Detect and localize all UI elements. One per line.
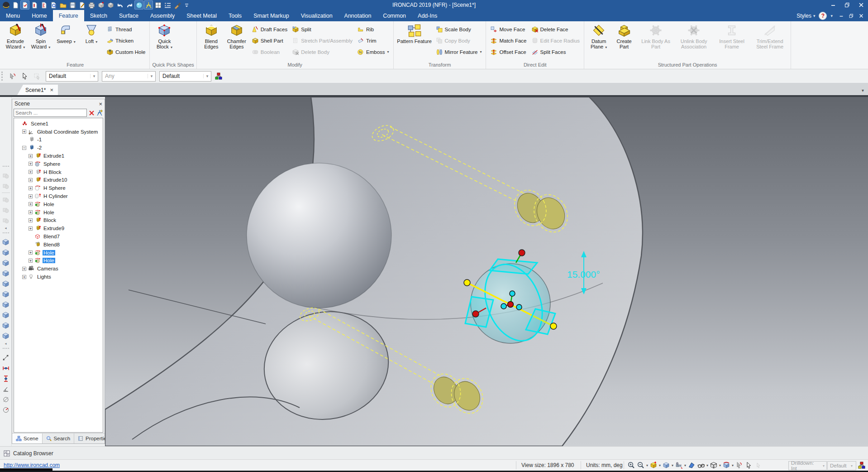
match-face-button[interactable]: Match Face [488, 35, 528, 46]
chevron-down-icon[interactable]: ▾ [684, 463, 686, 467]
redo-icon[interactable] [125, 0, 134, 10]
offset-face-button[interactable]: Offset Face [488, 46, 528, 58]
zoom-out-icon[interactable] [636, 461, 645, 470]
panel-tab-scene[interactable]: Scene [12, 433, 43, 443]
tree-item-hole[interactable]: +Hole [14, 208, 103, 217]
shaded-render-icon[interactable] [687, 461, 696, 470]
drilldown-select[interactable]: Drilldown: Int ▾ [788, 461, 827, 470]
tree-item-h-cylinder[interactable]: +H Cylinder [14, 192, 103, 200]
wireframe-cube-icon[interactable] [709, 461, 718, 470]
expander-plus-icon[interactable]: + [29, 154, 33, 158]
insert-part-icon[interactable] [96, 0, 105, 10]
restore-document-icon[interactable] [846, 12, 856, 20]
loft-button[interactable]: Loft ▾ [79, 22, 104, 45]
angle-dimension-label[interactable]: 15.000° [567, 269, 600, 279]
tree-item-lights[interactable]: +Lights [14, 273, 103, 281]
tab-common[interactable]: Common [377, 10, 412, 21]
minimize-window-icon[interactable] [826, 0, 840, 10]
new-scene-icon[interactable] [11, 0, 20, 10]
tab-surface[interactable]: Surface [113, 10, 144, 21]
expander-minus-icon[interactable]: − [22, 146, 26, 150]
expander-plus-icon[interactable]: + [22, 267, 26, 271]
cursor-icon[interactable] [744, 461, 753, 470]
tree-item-extrude9[interactable]: +Extrude9 [14, 224, 103, 232]
shell-part-button[interactable]: Shell Part [250, 35, 289, 46]
spin-view-icon[interactable] [722, 461, 730, 470]
chevron-down-icon[interactable]: ▾ [732, 463, 734, 467]
split-button[interactable]: Split [290, 24, 354, 35]
triad-handle[interactable] [510, 291, 515, 296]
trim-button[interactable]: Trim [355, 35, 391, 46]
move-face-button[interactable]: Move Face [488, 24, 528, 35]
chevron-down-icon[interactable]: ▾ [659, 463, 661, 467]
spin-wizard-button[interactable]: Spin Wizard ▾ [29, 22, 53, 50]
smart-dimension-icon[interactable] [144, 0, 153, 10]
view-left-icon[interactable] [1, 258, 10, 268]
help-icon[interactable]: ? [819, 12, 827, 20]
expander-plus-icon[interactable]: + [29, 162, 33, 166]
doc-info-icon[interactable] [30, 0, 39, 10]
spectacles-icon[interactable] [696, 461, 705, 470]
tree-item-sphere[interactable]: +Sphere [14, 160, 103, 168]
close-document-icon[interactable] [856, 12, 866, 20]
dim-horizontal-icon[interactable] [1, 363, 10, 373]
help-dropdown-icon[interactable]: ▾ [830, 14, 833, 18]
red-handle[interactable] [519, 250, 525, 256]
tree-item-hole[interactable]: +Hole [14, 249, 103, 257]
camera-move-icon[interactable] [674, 461, 683, 470]
mirror-feature-button[interactable]: Mirror Feature▾ [434, 46, 484, 58]
expander-plus-icon[interactable]: + [22, 275, 26, 279]
tree-item-extrude10[interactable]: +Extrude10 [14, 176, 103, 184]
render-sphere-icon[interactable] [134, 0, 143, 10]
red-handle[interactable] [472, 311, 479, 317]
dim-diameter-icon[interactable] [1, 395, 10, 404]
view-front-icon[interactable] [1, 237, 10, 247]
toolbar-drag-handle[interactable] [3, 232, 9, 236]
expander-plus-icon[interactable]: + [29, 259, 33, 263]
view-top-icon[interactable] [1, 279, 10, 289]
tree-item-cameras[interactable]: +Cameras [14, 265, 103, 273]
tree-item-scene1[interactable]: Scene1 [14, 120, 103, 128]
emboss-button[interactable]: Emboss▾ [355, 46, 391, 58]
catalog-box-icon[interactable] [153, 0, 162, 10]
clear-search-icon[interactable] [88, 109, 95, 116]
expander-plus-icon[interactable]: + [29, 202, 33, 206]
tree-item-1[interactable]: -1 [14, 136, 103, 144]
tree-item-h-block[interactable]: +H Block [14, 168, 103, 176]
tree-item-blend8[interactable]: Blend8 [14, 241, 103, 249]
expander-plus-icon[interactable]: + [29, 178, 33, 182]
thicken-button[interactable]: Thicken [105, 35, 147, 46]
website-link[interactable]: http://www.ironcad.com [4, 462, 60, 468]
view-iso-back-icon[interactable] [1, 310, 10, 320]
search-input[interactable] [14, 109, 87, 117]
view-trimetric-icon[interactable] [1, 331, 10, 341]
render-style-select[interactable]: Default ▾ [827, 461, 856, 470]
part-gray-icon[interactable] [106, 0, 115, 10]
thread-button[interactable]: Thread [105, 24, 147, 35]
chevron-down-icon[interactable]: ▾ [672, 463, 673, 467]
close-panel-icon[interactable]: × [99, 101, 102, 107]
export-part-icon[interactable] [87, 0, 96, 10]
filter-select-3[interactable]: Default▾ [159, 71, 211, 82]
expander-plus-icon[interactable]: + [29, 170, 33, 174]
view-dimetric-icon[interactable] [1, 321, 10, 330]
tree-item-extrude1[interactable]: +Extrude1 [14, 152, 103, 160]
view-iso-icon[interactable] [1, 300, 10, 309]
tab-tools[interactable]: Tools [223, 10, 248, 21]
add-shape-icon[interactable] [649, 461, 658, 470]
zoom-in-icon[interactable] [627, 461, 635, 470]
tab-menu[interactable]: Menu [0, 10, 26, 21]
paint-brush-icon[interactable] [172, 0, 181, 10]
view-cube-icon[interactable] [662, 461, 670, 470]
tree-item-blend7[interactable]: Blend7 [14, 232, 103, 241]
sweep-button[interactable]: Sweep ▾ [54, 22, 78, 45]
create-part-button[interactable]: Create Part [612, 22, 636, 49]
doc-check-icon[interactable] [20, 0, 29, 10]
toolbar-drag-handle[interactable] [3, 166, 9, 169]
tab-home[interactable]: Home [26, 10, 52, 21]
select-arrow-icon[interactable] [19, 71, 30, 82]
dim-radius-icon[interactable] [1, 405, 10, 414]
edit-doc-icon[interactable] [77, 0, 86, 10]
expander-plus-icon[interactable]: + [29, 186, 33, 190]
close-window-icon[interactable] [854, 0, 868, 10]
